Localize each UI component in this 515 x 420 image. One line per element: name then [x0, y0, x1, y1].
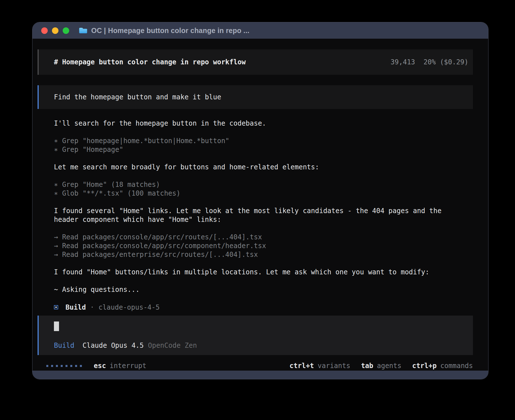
text-line: I'll search for the homepage button in t… [54, 119, 473, 128]
tool-call-group: ∗ Grep "homepage|home.*button|Home.*butt… [54, 137, 473, 154]
terminal-window: OC | Homepage button color change in rep… [32, 22, 488, 379]
assistant-text: Let me search more broadly for buttons a… [54, 163, 473, 172]
agent-separator: · [90, 303, 94, 311]
token-count: 39,413 [390, 58, 415, 66]
build-agent-icon [54, 305, 58, 309]
text-line: ∗ Grep "Homepage" [54, 145, 473, 154]
shortcut-key: ctrl+t [289, 362, 314, 370]
text-line: ∗ Glob "**/*.tsx" (100 matches) [54, 189, 473, 198]
shortcut-label: agents [377, 362, 401, 370]
zoom-button[interactable] [63, 27, 69, 34]
shortcut-hint: ctrl+pcommands [412, 362, 473, 370]
text-line: I found several "Home" links. Let me loo… [54, 207, 473, 215]
session-header: # Homepage button color change in repo w… [38, 49, 473, 75]
assistant-text: ~ Asking questions... [54, 285, 473, 294]
spinner-dots [46, 365, 82, 367]
text-line: → Read packages/console/app/src/componen… [54, 242, 473, 250]
text-line: ∗ Grep "homepage|home.*button|Home.*butt… [54, 137, 473, 145]
text-line: I found "Home" buttons/links in multiple… [54, 268, 473, 277]
spinner-dot [51, 365, 53, 367]
window-title: OC | Homepage button color change in rep… [91, 27, 249, 35]
close-button[interactable] [41, 27, 48, 34]
agent-name: Build [66, 303, 86, 311]
shortcut-label: variants [318, 362, 350, 370]
status-bar: esc interrupt ctrl+tvariantstabagentsctr… [46, 362, 473, 370]
folder-icon [79, 27, 88, 34]
user-message-text: Find the homepage button and make it blu… [54, 93, 221, 101]
esc-key-hint: esc [94, 362, 106, 370]
traffic-lights [41, 22, 69, 39]
spinner-dot [70, 365, 72, 367]
context-usage: 20% ($0.29) [424, 58, 468, 66]
status-bar-shortcuts: ctrl+tvariantstabagentsctrl+pcommands [289, 362, 473, 370]
agent-model: claude-opus-4-5 [99, 303, 160, 311]
shortcut-key: tab [361, 362, 373, 370]
spinner-dot [46, 365, 48, 367]
assistant-text: I'll search for the homepage button in t… [54, 119, 473, 128]
prompt-input[interactable]: Build Claude Opus 4.5 OpenCode Zen [38, 316, 473, 355]
tool-call-group: ∗ Grep "Home" (18 matches)∗ Glob "**/*.t… [54, 180, 473, 198]
shortcut-hint: tabagents [361, 362, 401, 370]
interrupt-label: interrupt [110, 362, 146, 370]
spinner-dot [61, 365, 63, 367]
spinner-dot [56, 365, 58, 367]
session-stats: 39,413 20% ($0.29) [390, 58, 468, 66]
shortcut-key: ctrl+p [412, 362, 437, 370]
agent-status-row: Build · claude-opus-4-5 [54, 303, 473, 312]
conversation: I'll search for the homepage button in t… [54, 119, 473, 294]
user-message: Find the homepage button and make it blu… [38, 85, 473, 109]
shortcut-label: commands [440, 362, 473, 370]
session-title: # Homepage button color change in repo w… [54, 58, 246, 66]
text-line: → Read packages/console/app/src/routes/[… [54, 233, 473, 242]
tool-call-group: → Read packages/console/app/src/routes/[… [54, 233, 473, 259]
text-cursor [54, 321, 59, 331]
assistant-text: I found several "Home" links. Let me loo… [54, 207, 473, 224]
shortcut-hint: ctrl+tvariants [289, 362, 350, 370]
text-line: Let me search more broadly for buttons a… [54, 163, 473, 172]
mode-indicator: Build [54, 342, 74, 349]
provider-indicator: OpenCode Zen [148, 342, 197, 349]
input-mode-row: Build Claude Opus 4.5 OpenCode Zen [54, 342, 468, 349]
text-line: → Read packages/enterprise/src/routes/[.… [54, 250, 473, 259]
window-titlebar[interactable]: OC | Homepage button color change in rep… [32, 22, 488, 39]
spinner-dot [80, 365, 82, 367]
text-line: ~ Asking questions... [54, 285, 473, 294]
spinner-dot [75, 365, 77, 367]
model-indicator: Claude Opus 4.5 [82, 342, 144, 349]
minimize-button[interactable] [52, 27, 58, 34]
window-bottom-strip [32, 371, 488, 379]
terminal-content: # Homepage button color change in repo w… [32, 49, 488, 370]
spinner-dot [66, 365, 67, 367]
text-line: ∗ Grep "Home" (18 matches) [54, 180, 473, 189]
assistant-text: I found "Home" buttons/links in multiple… [54, 268, 473, 277]
titlebar-proxy: OC | Homepage button color change in rep… [79, 27, 249, 35]
text-line: header component which have "Home" links… [54, 215, 473, 224]
